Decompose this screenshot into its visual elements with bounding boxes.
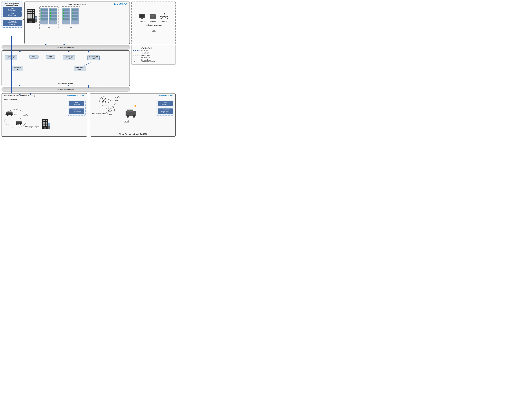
network-service-area: Network Service LightweightVNF Lightweig… bbox=[1, 50, 130, 86]
svg-rect-86 bbox=[48, 123, 50, 124]
svg-rect-25 bbox=[35, 19, 37, 20]
cloud-icon-hw: ☁ bbox=[151, 28, 156, 33]
lma-label: LMA bbox=[35, 126, 39, 129]
hw-icons-row: Compute Storage bbox=[138, 13, 169, 22]
plus-sign-1: + bbox=[3, 17, 22, 19]
svg-rect-30 bbox=[140, 19, 144, 19]
vnf-lightweight-5: LightweightVNF bbox=[87, 55, 100, 60]
core-nfv-pop: Core NFVI-PoP NFV Infrastructure bbox=[24, 1, 130, 44]
rsu-label: RSU bbox=[28, 126, 33, 129]
legend-compute-node-label: Compute Node (Hardware resources) bbox=[141, 59, 155, 63]
storage-icon bbox=[149, 13, 157, 20]
svg-point-39 bbox=[164, 13, 165, 15]
vnf-main-2: VNF bbox=[46, 55, 55, 58]
nfv-management-title: NFV Management &Orchestration bbox=[3, 3, 22, 6]
svg-line-115 bbox=[106, 105, 107, 106]
rack-group-1: ☁ bbox=[39, 6, 58, 30]
fanet-infra-manager: Virtualized Infrastructure Manager bbox=[158, 108, 173, 114]
server-rack-1 bbox=[40, 8, 48, 24]
legend-vanet-links-label: VANET links bbox=[141, 54, 150, 56]
hardware-resources-box: Compute Storage bbox=[131, 1, 176, 44]
legend-virtualization-line: ← bbox=[133, 57, 139, 59]
legend-vanet-links-line bbox=[133, 54, 139, 56]
vanet-vnf-manager: VNF Manager bbox=[69, 101, 84, 106]
svg-point-99 bbox=[102, 101, 103, 103]
svg-rect-24 bbox=[35, 18, 37, 19]
svg-point-47 bbox=[167, 16, 168, 17]
svg-point-37 bbox=[150, 18, 156, 19]
svg-rect-8 bbox=[33, 12, 34, 13]
svg-line-42 bbox=[162, 17, 164, 18]
vnf-lightweight-4: LightweightVNF bbox=[74, 66, 86, 71]
svg-rect-78 bbox=[43, 124, 44, 125]
legend-compute-node: ☁ ⚙ Compute Node (Hardware resources) bbox=[133, 59, 174, 63]
svg-point-100 bbox=[105, 101, 106, 103]
legend-nfv-ref-label: NFV Ref. Point bbox=[141, 47, 152, 49]
legend-virtualization: ← Virtualization bbox=[133, 57, 174, 59]
svg-point-105 bbox=[117, 97, 118, 98]
virtualization-layer-top: Virtualization Layer bbox=[1, 45, 130, 50]
rack-group-2: ☁ bbox=[61, 6, 80, 30]
rack-pair-2 bbox=[62, 8, 79, 24]
svg-rect-29 bbox=[141, 18, 143, 19]
svg-rect-84 bbox=[44, 127, 46, 129]
rack-pair-1 bbox=[40, 8, 57, 24]
legend-compute-node-icon: ☁ ⚙ bbox=[133, 60, 139, 62]
network-label: Network bbox=[161, 20, 167, 22]
vnf-lightweight-2: LightweightVNF bbox=[11, 66, 23, 71]
svg-line-116 bbox=[113, 103, 116, 106]
svg-rect-19 bbox=[31, 17, 32, 19]
vnf-lightweight-1: LightweightVNF bbox=[5, 55, 17, 60]
svg-rect-1 bbox=[28, 10, 29, 11]
infra-manager-box: Virtualized Infrastructure Manager bbox=[3, 20, 22, 26]
svg-rect-82 bbox=[44, 125, 45, 126]
compute-icon-item: Compute bbox=[138, 13, 146, 22]
svg-point-61 bbox=[16, 124, 18, 125]
svg-point-45 bbox=[160, 16, 162, 17]
svg-rect-80 bbox=[46, 124, 47, 125]
vnf-main-1: VNF bbox=[29, 55, 38, 58]
server-rack-2 bbox=[49, 8, 57, 24]
legend-fanet-link: FANET link bbox=[133, 52, 174, 54]
svg-point-41 bbox=[161, 18, 162, 19]
cloud-icon-1: ☁ bbox=[40, 25, 57, 29]
suavs-pop-label: SUAVs NFVI-PoP bbox=[159, 95, 173, 97]
bottom-section: Vehicular Ad-Hoc Network (VANET) Automot… bbox=[1, 93, 176, 137]
storage-label: Storage bbox=[150, 20, 156, 22]
legend-box: + NFV Ref. Point Virtual link FANET link… bbox=[131, 45, 176, 65]
svg-rect-13 bbox=[28, 15, 29, 17]
legend-virtual-link-label: Virtual link bbox=[141, 49, 148, 51]
svg-rect-9 bbox=[28, 14, 29, 15]
svg-point-97 bbox=[102, 98, 103, 99]
virt-layer-top-label: Virtualization Layer bbox=[57, 46, 74, 48]
svg-point-119 bbox=[127, 115, 129, 118]
svg-rect-20 bbox=[33, 17, 34, 19]
fanet-manager-group: VNF Manager + Virtualized Infrastructure… bbox=[157, 100, 174, 116]
main-diagram: NFV Management &Orchestration NFV Orches… bbox=[0, 0, 177, 139]
storage-icon-item: Storage bbox=[149, 13, 157, 22]
server-rack-3 bbox=[62, 8, 70, 24]
svg-rect-21 bbox=[29, 21, 32, 23]
svg-rect-56 bbox=[7, 112, 12, 113]
svg-rect-5 bbox=[28, 12, 29, 13]
legend-fanet-link-line bbox=[133, 52, 139, 54]
svg-rect-16 bbox=[33, 15, 34, 17]
svg-rect-12 bbox=[33, 14, 34, 15]
building-svg bbox=[26, 7, 38, 27]
svg-point-98 bbox=[105, 98, 106, 99]
svg-point-58 bbox=[10, 114, 12, 116]
svg-line-66 bbox=[25, 114, 26, 116]
network-icon bbox=[160, 13, 169, 20]
svg-point-110 bbox=[108, 107, 109, 108]
fanet-plus-sign: + bbox=[158, 106, 173, 108]
svg-rect-73 bbox=[44, 120, 45, 121]
vanet-infra-manager: Virtualized Infrastructure Manager bbox=[69, 108, 84, 114]
svg-rect-81 bbox=[43, 125, 44, 126]
svg-line-67 bbox=[26, 114, 28, 116]
svg-point-112 bbox=[108, 110, 109, 111]
legend-virtual-link-line bbox=[133, 49, 139, 51]
svg-point-120 bbox=[133, 115, 135, 118]
svg-point-111 bbox=[111, 107, 112, 108]
svg-point-38 bbox=[163, 16, 165, 17]
hardware-resources-title: Hardware resources bbox=[145, 24, 162, 26]
